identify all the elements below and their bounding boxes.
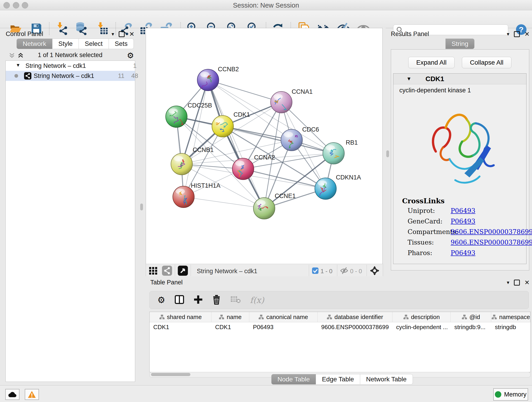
tree-expand-icon[interactable]: ▼: [16, 63, 20, 68]
tab-sets[interactable]: Sets: [109, 38, 134, 49]
node-CDC6[interactable]: [281, 129, 302, 151]
node-CCNB1[interactable]: [171, 153, 192, 175]
float-panel-icon[interactable]: [119, 31, 125, 37]
table-cell: 9606.ENSP00000378699: [317, 322, 393, 332]
results-panel-title: Results Panel: [391, 31, 429, 38]
float-panel-icon[interactable]: [514, 280, 520, 286]
close-panel-icon[interactable]: ✕: [525, 279, 530, 286]
network-row-selected[interactable]: String Network – cdk1 11 48: [6, 71, 135, 81]
column-header-description[interactable]: description: [393, 312, 451, 322]
node-entry-panel: ▼ CDK1 cyclin-dependent kinase 1: [393, 73, 526, 264]
node-CCNA1[interactable]: [271, 91, 292, 113]
crosslink-label: Uniprot:: [408, 207, 435, 215]
node-label-CDC25B: CDC25B: [188, 102, 212, 109]
main-toolbar: ?: [0, 10, 532, 28]
close-panel-icon[interactable]: ✕: [129, 31, 134, 38]
hidden-eye-icon[interactable]: [340, 267, 348, 276]
node-HIST1H1A[interactable]: [173, 186, 194, 208]
right-splitter-handle[interactable]: [386, 150, 389, 157]
memory-button[interactable]: Memory: [493, 388, 528, 401]
function-builder-icon[interactable]: f(x): [250, 295, 264, 305]
node-label-CCNE1: CCNE1: [275, 192, 296, 199]
detach-view-icon[interactable]: [178, 266, 188, 277]
scrollbar-handle[interactable]: [151, 373, 190, 376]
import-table-from-file-icon[interactable]: [96, 22, 109, 35]
node-label-CCNB1: CCNB1: [193, 147, 214, 153]
tab-edge-table[interactable]: Edge Table: [316, 374, 360, 385]
tab-network[interactable]: Network: [17, 38, 52, 49]
column-header-database-identifier[interactable]: database identifier: [317, 312, 393, 322]
table-options-gear-icon[interactable]: ⚙: [157, 295, 165, 305]
crosslink-link[interactable]: P06493: [451, 249, 475, 257]
toolbar-separator: [309, 265, 309, 278]
tab-select[interactable]: Select: [79, 38, 109, 49]
table-body: CDK1CDK1P064939606.ENSP00000378699cyclin…: [150, 322, 530, 332]
column-header-canonical-name[interactable]: canonical name: [249, 312, 317, 322]
node-CDC25B[interactable]: [166, 106, 187, 128]
tab-network-table[interactable]: Network Table: [360, 374, 413, 385]
results-panel-controls: ▾ ✕: [507, 31, 530, 38]
network-edges[interactable]: [177, 80, 334, 208]
network-options-gear-icon[interactable]: ⚙: [127, 51, 134, 60]
panel-menu-icon[interactable]: ▾: [507, 31, 509, 37]
show-columns-icon[interactable]: [174, 294, 184, 306]
grid-mode-icon[interactable]: [149, 266, 158, 276]
crosslink-link[interactable]: 9606.ENSP00000378699: [451, 239, 532, 246]
float-panel-icon[interactable]: [514, 31, 520, 37]
entry-collapse-icon[interactable]: ▼: [406, 76, 412, 82]
node-CCNE1[interactable]: [253, 198, 275, 219]
memory-status-dot: [495, 391, 501, 398]
network-collection-row[interactable]: ▼ String Network – cdk1 1: [6, 61, 135, 71]
tab-style[interactable]: Style: [52, 38, 79, 49]
tab-string[interactable]: String: [445, 38, 475, 49]
warnings-button[interactable]: [25, 389, 39, 400]
selected-checkbox-icon[interactable]: [312, 267, 319, 275]
expand-all-button[interactable]: Expand All: [408, 57, 455, 68]
node-label-CCNA2: CCNA2: [254, 154, 275, 161]
node-CCNA2[interactable]: [232, 158, 254, 180]
control-panel-title: Control Panel: [6, 31, 43, 38]
network-view: CCNB2CCNA1CDC25BCDK1CDC6RB1CCNB1CCNA2CDK…: [146, 28, 386, 278]
delete-table-icon[interactable]: [230, 295, 241, 305]
node-label-RB1: RB1: [346, 139, 358, 146]
table-row[interactable]: CDK1CDK1P064939606.ENSP00000378699cyclin…: [150, 322, 530, 332]
network-mode-icon[interactable]: [162, 266, 172, 277]
string-results-box: Expand All Collapse All ▼ CDK1 cyclin-de…: [391, 49, 529, 270]
network-canvas[interactable]: CCNB2CCNA1CDC25BCDK1CDC6RB1CCNB1CCNA2CDK…: [146, 28, 383, 264]
table-cell: CDK1: [150, 322, 211, 332]
import-network-from-database-icon[interactable]: [75, 22, 88, 35]
left-splitter-handle[interactable]: [140, 204, 143, 211]
title-bar: Session: New Session: [0, 0, 532, 10]
column-header-shared-name[interactable]: shared name: [150, 312, 211, 322]
crosslink-label: GeneCard:: [408, 217, 443, 225]
crosslink-label: Tissues:: [408, 239, 434, 246]
birdseye-view-icon[interactable]: [370, 266, 380, 277]
node-CDK1[interactable]: [212, 115, 234, 137]
create-column-icon[interactable]: [194, 295, 203, 305]
delete-column-icon[interactable]: [212, 294, 221, 306]
node-table: shared namenamecanonical namedatabase id…: [149, 312, 531, 372]
node-RB1[interactable]: [323, 143, 344, 164]
panel-menu-icon[interactable]: ▾: [112, 31, 114, 37]
close-panel-icon[interactable]: ✕: [525, 31, 530, 38]
column-header-namespace[interactable]: namespace: [491, 312, 530, 322]
results-panel-tabs: String: [445, 38, 475, 49]
table-cell: cyclin-dependent ...: [393, 322, 451, 332]
tab-node-table[interactable]: Node Table: [271, 374, 316, 385]
table-header-row: shared namenamecanonical namedatabase id…: [150, 312, 530, 322]
crosslink-link[interactable]: P06493: [451, 207, 475, 215]
import-network-from-file-icon[interactable]: [56, 22, 69, 35]
node-CDKN1A[interactable]: [315, 178, 336, 199]
node-label-CCNA1: CCNA1: [292, 88, 313, 95]
crosslink-link[interactable]: P06493: [451, 217, 475, 225]
crosslink-link[interactable]: 9606.ENSP00000378699: [451, 228, 532, 236]
toolbar-separator: [367, 265, 367, 278]
table-cell: CDK1: [211, 322, 249, 332]
entry-header[interactable]: ▼ CDK1: [393, 74, 526, 84]
node-CCNB2[interactable]: [197, 69, 219, 91]
cloud-status-button[interactable]: [5, 389, 19, 400]
panel-menu-icon[interactable]: ▾: [507, 280, 509, 286]
collapse-all-button[interactable]: Collapse All: [462, 57, 511, 68]
column-header-@id[interactable]: @id: [451, 312, 491, 322]
column-header-name[interactable]: name: [211, 312, 249, 322]
